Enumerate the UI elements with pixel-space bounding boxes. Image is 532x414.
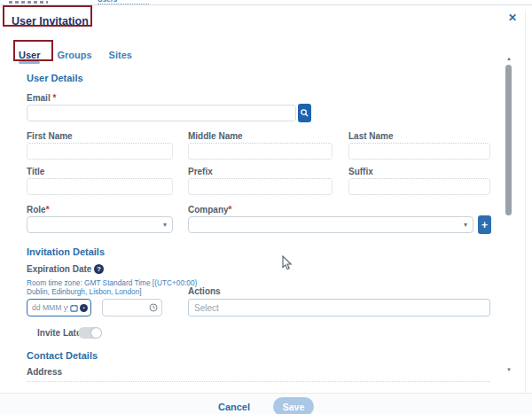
company-label: Company*: [188, 205, 231, 215]
add-company-button[interactable]: +: [478, 215, 491, 234]
middle-name-label: Middle Name: [188, 131, 243, 141]
chevron-down-icon: ▾: [163, 221, 167, 229]
last-name-input[interactable]: [348, 143, 490, 160]
title-label: Title: [27, 167, 44, 176]
save-button[interactable]: Save: [273, 397, 314, 414]
help-icon[interactable]: ?: [94, 264, 104, 274]
prefix-label: Prefix: [188, 167, 213, 176]
prefix-input[interactable]: [188, 178, 332, 195]
role-select[interactable]: ▾: [27, 216, 173, 233]
timezone-note-line1: Room time zone: GMT Standard Time [(UTC+…: [27, 278, 197, 287]
tab-groups[interactable]: Groups: [57, 50, 91, 60]
address-input-clipped[interactable]: [27, 381, 490, 390]
role-label: Role*: [27, 205, 50, 215]
search-icon: [301, 109, 309, 117]
date-info-icon[interactable]: •: [80, 304, 88, 312]
expiration-date-input[interactable]: dd MMM yy •: [27, 299, 91, 316]
scrollbar-thumb[interactable]: [505, 65, 512, 215]
tab-user[interactable]: User: [19, 50, 40, 60]
address-label: Address: [27, 367, 62, 377]
modal-footer: Cancel Save: [0, 393, 532, 414]
modal-title: User Invitation: [12, 15, 89, 27]
clipped-breadcrumb-fragment: [9, 1, 48, 4]
invite-later-toggle[interactable]: [78, 327, 102, 339]
first-name-label: First Name: [27, 131, 73, 141]
cancel-button[interactable]: Cancel: [218, 402, 250, 412]
company-required-marker: *: [229, 205, 232, 215]
actions-select-input[interactable]: [188, 299, 490, 316]
expiration-date-label: Expiration Date: [27, 264, 91, 274]
invitation-details-heading: Invitation Details: [27, 246, 105, 257]
email-label: Email *: [27, 93, 56, 103]
company-select[interactable]: ▾: [188, 216, 473, 233]
user-invitation-modal: User Invitation ✕ User Groups Sites User…: [0, 4, 532, 414]
contact-details-heading: Contact Details: [27, 350, 98, 361]
email-required-marker: *: [52, 93, 56, 103]
email-search-button[interactable]: [298, 104, 311, 122]
suffix-input[interactable]: [348, 178, 490, 195]
tab-sites[interactable]: Sites: [109, 50, 132, 60]
date-placeholder: dd MMM yy: [32, 303, 68, 312]
last-name-label: Last Name: [348, 131, 394, 141]
scroll-down-arrow[interactable]: ▼: [505, 367, 513, 372]
email-input[interactable]: [27, 105, 296, 121]
actions-label: Actions: [188, 286, 221, 296]
first-name-input[interactable]: [27, 143, 173, 160]
suffix-label: Suffix: [348, 167, 373, 176]
role-required-marker: *: [46, 205, 50, 215]
content-edge-divider: [525, 10, 526, 393]
modal-tabs: User Groups Sites: [19, 50, 132, 60]
user-invitation-screen: Users Management User Invitation ✕ User …: [0, 0, 532, 414]
expiration-time-input[interactable]: [102, 299, 162, 316]
close-icon[interactable]: ✕: [508, 12, 517, 24]
title-input[interactable]: [27, 178, 173, 195]
toggle-knob: [91, 328, 101, 338]
timezone-note-line2: Dublin, Edinburgh, Lisbon, London]: [27, 287, 142, 296]
calendar-icon[interactable]: [70, 304, 78, 312]
clock-icon: [149, 303, 158, 312]
chevron-down-icon: ▾: [464, 221, 467, 229]
scroll-up-arrow[interactable]: ▲: [505, 56, 513, 61]
user-details-heading: User Details: [27, 73, 83, 83]
middle-name-input[interactable]: [188, 143, 332, 160]
